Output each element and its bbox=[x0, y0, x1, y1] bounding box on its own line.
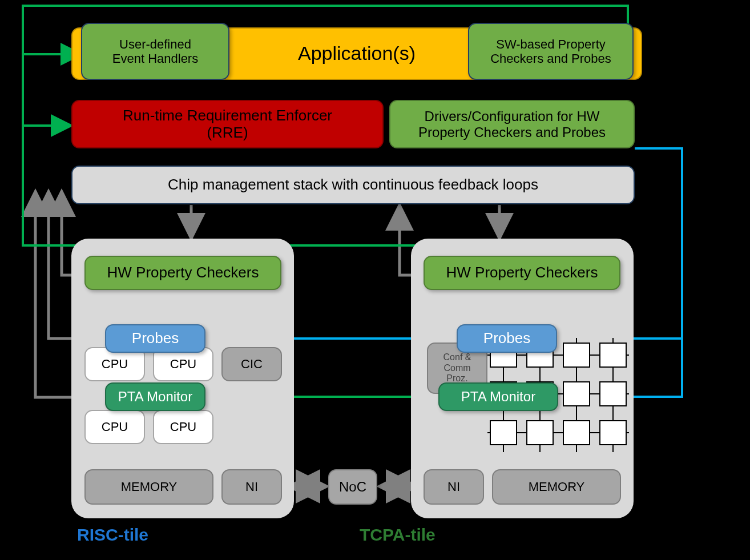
cpu-label: CPU bbox=[102, 420, 128, 434]
pta-right-label: PTA Monitor bbox=[461, 389, 535, 405]
ni-left: NI bbox=[221, 469, 282, 505]
sw-checkers-label: SW-based Property Checkers and Probes bbox=[490, 37, 611, 66]
sw-checkers-card: SW-based Property Checkers and Probes bbox=[468, 23, 634, 80]
cic-label: CIC bbox=[241, 357, 263, 371]
user-handlers-label: User-defined Event Handlers bbox=[112, 37, 198, 66]
applications-label: Application(s) bbox=[298, 42, 416, 65]
cpu-label: CPU bbox=[170, 420, 196, 434]
pta-left: PTA Monitor bbox=[105, 382, 205, 411]
pe-cell bbox=[563, 381, 590, 406]
drivers-card: Drivers/Configuration for HW Property Ch… bbox=[389, 100, 635, 148]
tcpa-tile-label: TCPA-tile bbox=[360, 525, 436, 545]
chip-stack-card: Chip management stack with continuous fe… bbox=[71, 166, 635, 204]
pe-cell bbox=[563, 420, 590, 445]
hw-checkers-right: HW Property Checkers bbox=[424, 256, 620, 290]
chip-stack-label: Chip management stack with continuous fe… bbox=[168, 176, 538, 194]
user-handlers-card: User-defined Event Handlers bbox=[81, 23, 229, 80]
pta-right: PTA Monitor bbox=[438, 382, 558, 411]
hw-checkers-left-label: HW Property Checkers bbox=[107, 264, 259, 281]
hw-checkers-right-label: HW Property Checkers bbox=[446, 264, 598, 281]
rre-label: Run-time Requirement Enforcer (RRE) bbox=[123, 107, 332, 142]
drivers-label: Drivers/Configuration for HW Property Ch… bbox=[418, 108, 606, 140]
noc-label: NoC bbox=[339, 479, 366, 495]
noc-block: NoC bbox=[328, 469, 377, 505]
memory-label: MEMORY bbox=[529, 480, 585, 494]
probes-right: Probes bbox=[457, 324, 557, 353]
pta-left-label: PTA Monitor bbox=[118, 389, 192, 405]
memory-label: MEMORY bbox=[121, 480, 178, 494]
pe-cell bbox=[563, 343, 590, 368]
ni-label: NI bbox=[447, 480, 460, 494]
probes-right-label: Probes bbox=[483, 330, 530, 347]
probes-left: Probes bbox=[105, 324, 205, 353]
rre-card: Run-time Requirement Enforcer (RRE) bbox=[71, 100, 384, 148]
hw-checkers-left: HW Property Checkers bbox=[84, 256, 281, 290]
memory-right: MEMORY bbox=[492, 469, 621, 505]
cpu-label: CPU bbox=[170, 357, 196, 371]
cpu-3: CPU bbox=[84, 410, 145, 444]
pe-cell bbox=[526, 420, 554, 445]
pe-cell bbox=[599, 381, 627, 406]
pe-cell bbox=[599, 343, 627, 368]
conf-comm-label: Conf & Comm Proz. bbox=[443, 352, 471, 384]
probes-left-label: Probes bbox=[132, 330, 179, 347]
ni-label: NI bbox=[245, 480, 258, 494]
pe-cell bbox=[599, 420, 627, 445]
cic: CIC bbox=[221, 347, 282, 381]
memory-left: MEMORY bbox=[84, 469, 213, 505]
risc-tile-label: RISC-tile bbox=[77, 525, 148, 545]
cpu-4: CPU bbox=[153, 410, 213, 444]
cpu-label: CPU bbox=[102, 357, 128, 371]
ni-right: NI bbox=[424, 469, 484, 505]
pe-cell bbox=[490, 420, 517, 445]
